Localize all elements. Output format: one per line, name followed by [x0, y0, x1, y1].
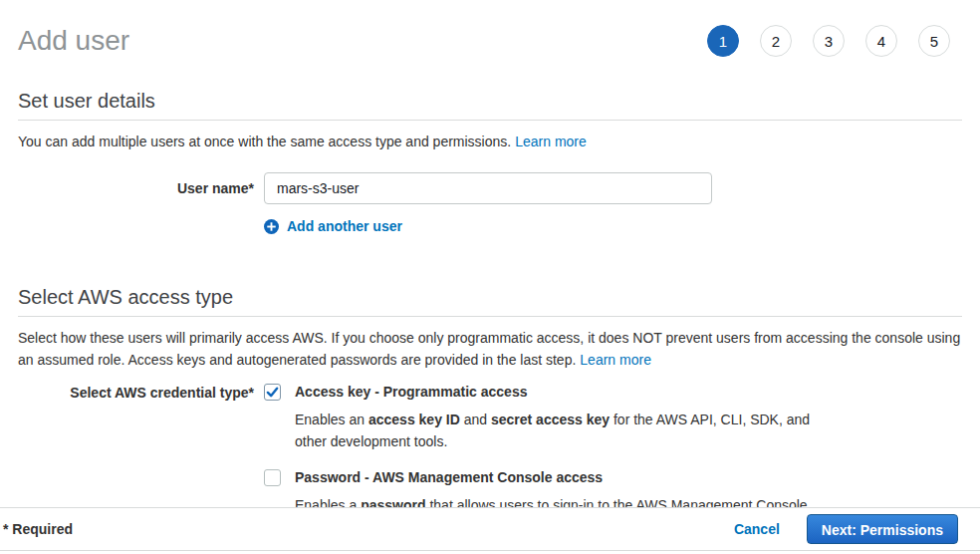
desc-text: Enables an	[295, 412, 368, 427]
credential-options: Access key - Programmatic access Enables…	[264, 384, 828, 516]
password-option-title: Password - AWS Management Console access	[295, 469, 812, 486]
step-5-circle: 5	[918, 25, 950, 57]
select-access-type-section: Select AWS access type Select how these …	[18, 286, 962, 516]
select-access-type-heading: Select AWS access type	[18, 286, 962, 309]
access-type-learn-more-link[interactable]: Learn more	[580, 352, 651, 368]
next-permissions-button[interactable]: Next: Permissions	[807, 514, 958, 544]
desc-bold: access key ID	[368, 412, 460, 427]
access-key-option: Access key - Programmatic access Enables…	[264, 384, 828, 452]
required-note: * Required	[3, 521, 73, 537]
access-key-option-description: Enables an access key ID and secret acce…	[295, 409, 828, 452]
user-details-description: You can add multiple users at once with …	[18, 131, 962, 152]
username-input[interactable]	[264, 172, 712, 204]
section-divider	[18, 316, 962, 317]
wizard-step-indicator: 1 2 3 4 5	[707, 25, 950, 57]
page-header: Add user 1 2 3 4 5	[18, 0, 962, 68]
access-type-description-text: Select how these users will primarily ac…	[18, 330, 960, 368]
username-label: User name*	[18, 172, 264, 204]
step-3-circle: 3	[813, 25, 845, 57]
user-details-description-text: You can add multiple users at once with …	[18, 134, 511, 149]
password-checkbox[interactable]	[264, 469, 281, 486]
username-form-row: User name*	[18, 172, 962, 204]
add-another-user-link[interactable]: Add another user	[264, 218, 402, 234]
credential-type-row: Select AWS credential type* Access key -…	[18, 384, 962, 516]
add-another-user-label: Add another user	[287, 218, 402, 234]
access-key-checkbox[interactable]	[264, 384, 281, 401]
set-user-details-section: Set user details You can add multiple us…	[18, 90, 962, 238]
wizard-footer: * Required Cancel Next: Permissions	[0, 507, 980, 551]
footer-actions: Cancel Next: Permissions	[734, 514, 958, 544]
step-2-circle: 2	[760, 25, 792, 57]
section-divider	[18, 120, 962, 121]
access-type-description: Select how these users will primarily ac…	[18, 327, 962, 371]
credential-type-label: Select AWS credential type*	[18, 384, 264, 516]
set-user-details-heading: Set user details	[18, 90, 962, 113]
add-user-page: Add user 1 2 3 4 5 Set user details You …	[0, 0, 980, 516]
page-title: Add user	[18, 25, 129, 57]
desc-bold: secret access key	[491, 412, 610, 427]
user-details-learn-more-link[interactable]: Learn more	[515, 134, 587, 149]
step-4-circle: 4	[865, 25, 897, 57]
access-key-option-title: Access key - Programmatic access	[295, 384, 828, 401]
desc-text: and	[460, 412, 491, 427]
step-1-circle: 1	[707, 25, 739, 57]
cancel-button[interactable]: Cancel	[734, 521, 780, 537]
access-key-option-text: Access key - Programmatic access Enables…	[295, 384, 828, 452]
checkmark-icon	[266, 386, 279, 399]
add-plus-icon	[264, 219, 279, 234]
